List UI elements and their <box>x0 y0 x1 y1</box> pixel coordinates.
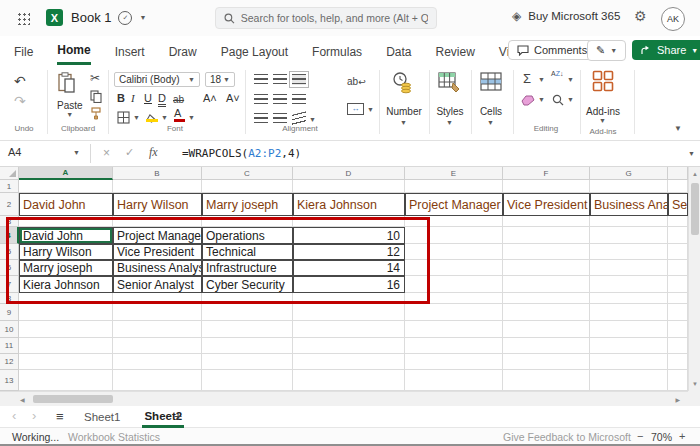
cells-button[interactable] <box>480 72 502 96</box>
cell-G11[interactable] <box>590 338 668 354</box>
copy-button[interactable] <box>90 89 102 107</box>
cell-E9[interactable] <box>405 304 503 321</box>
cell-H3[interactable] <box>668 216 688 227</box>
paste-button[interactable]: Paste ▼ <box>57 72 83 118</box>
cell-C2[interactable]: Marry joseph <box>202 193 293 216</box>
cell-E11[interactable] <box>405 338 503 354</box>
cut-icon[interactable]: ✂ <box>90 71 100 85</box>
vertical-scrollbar[interactable]: ▲ ▼ <box>688 167 700 391</box>
col-header-E[interactable]: E <box>405 167 503 180</box>
wrap-text-button[interactable]: ab↩ <box>347 76 366 87</box>
cell-F10[interactable] <box>503 321 590 338</box>
cell-C7[interactable]: Cyber Security <box>202 276 293 293</box>
font-name-select[interactable]: Calibri (Body) ▼ <box>114 72 200 87</box>
search-input[interactable]: Search for tools, help, and more (Alt + … <box>215 7 437 29</box>
cell-G7[interactable] <box>590 276 668 293</box>
chevron-down-icon[interactable]: ▼ <box>188 114 195 121</box>
tab-home[interactable]: Home <box>57 37 90 65</box>
font-size-select[interactable]: 18 ▼ <box>205 72 235 87</box>
addins-button[interactable] <box>592 70 614 96</box>
chevron-down-icon[interactable]: ▼ <box>538 76 545 83</box>
cell-F11[interactable] <box>503 338 590 354</box>
name-box[interactable]: A4 ▼ <box>8 146 80 158</box>
cell-A11[interactable] <box>19 338 113 354</box>
cell-C8[interactable] <box>202 293 293 304</box>
chevron-down-icon[interactable]: ▼ <box>309 116 316 123</box>
row-header-7[interactable]: 7 <box>0 276 19 293</box>
chevron-down-icon[interactable]: ▼ <box>599 117 606 124</box>
cell-A4[interactable]: David John <box>19 227 113 244</box>
cell-B6[interactable]: Business Analyst <box>113 260 202 276</box>
strikethrough-button[interactable]: ab <box>173 94 184 105</box>
tab-page-layout[interactable]: Page Layout <box>221 39 288 64</box>
cell-H4[interactable] <box>668 227 688 244</box>
shrink-font-button[interactable]: A˅ <box>226 92 240 104</box>
cell-H12[interactable] <box>668 354 688 370</box>
clear-button[interactable] <box>521 92 535 110</box>
cell-B5[interactable]: Vice President <box>113 244 202 260</box>
col-header-H[interactable] <box>668 167 688 180</box>
cell-C5[interactable]: Technical <box>202 244 293 260</box>
scroll-up-icon[interactable]: ▲ <box>692 171 698 177</box>
cell-D11[interactable] <box>293 338 405 354</box>
cell-D12[interactable] <box>293 354 405 370</box>
row-header-12[interactable]: 12 <box>0 354 19 370</box>
row-header-9[interactable]: 9 <box>0 304 19 321</box>
cell-B3[interactable] <box>113 216 202 227</box>
cell-F6[interactable] <box>503 260 590 276</box>
cell-G6[interactable] <box>590 260 668 276</box>
cell-G8[interactable] <box>590 293 668 304</box>
buy-microsoft-365-button[interactable]: ◈ Buy Microsoft 365 <box>512 9 620 23</box>
align-middle-button[interactable] <box>273 74 287 85</box>
add-sheet-icon[interactable]: + <box>174 408 182 424</box>
col-header-C[interactable]: C <box>202 167 293 180</box>
cell-G10[interactable] <box>590 321 668 338</box>
row-header-4[interactable]: 4 <box>0 227 19 244</box>
cell-C1[interactable] <box>202 180 293 193</box>
align-center-button[interactable] <box>273 94 287 105</box>
cell-C6[interactable]: Infrastructure <box>202 260 293 276</box>
cell-B10[interactable] <box>113 321 202 338</box>
cell-B11[interactable] <box>113 338 202 354</box>
cell-B9[interactable] <box>113 304 202 321</box>
cell-A12[interactable] <box>19 354 113 370</box>
font-color-button[interactable]: A <box>174 107 181 119</box>
cell-F8[interactable] <box>503 293 590 304</box>
row-header-6[interactable]: 6 <box>0 260 19 276</box>
cell-B12[interactable] <box>113 354 202 370</box>
tab-draw[interactable]: Draw <box>169 39 197 64</box>
cell-G3[interactable] <box>590 216 668 227</box>
cell-C10[interactable] <box>202 321 293 338</box>
italic-button[interactable]: I <box>131 92 135 104</box>
zoom-in-icon[interactable]: + <box>679 430 685 442</box>
scroll-right-icon[interactable]: ▶ <box>675 396 680 403</box>
cell-E7[interactable] <box>405 276 503 293</box>
enter-icon[interactable]: ✓ <box>125 146 134 159</box>
cell-G13[interactable] <box>590 370 668 391</box>
cell-C3[interactable] <box>202 216 293 227</box>
cell-E1[interactable] <box>405 180 503 193</box>
col-header-G[interactable]: G <box>590 167 668 180</box>
chevron-down-icon[interactable]: ▼ <box>133 114 140 121</box>
cell-F3[interactable] <box>503 216 590 227</box>
underline-button[interactable]: U <box>144 92 152 104</box>
cell-A13[interactable] <box>19 370 113 391</box>
account-button[interactable]: AK <box>661 7 685 31</box>
chevron-down-icon[interactable]: ▼ <box>446 119 453 126</box>
chevron-down-icon[interactable]: ▼ <box>161 114 168 121</box>
merge-center-button[interactable]: ↔ <box>347 103 364 115</box>
prev-sheet-icon[interactable]: ‹ <box>12 408 16 423</box>
cell-G12[interactable] <box>590 354 668 370</box>
cell-H13[interactable] <box>668 370 688 391</box>
cell-B13[interactable] <box>113 370 202 391</box>
cell-E4[interactable] <box>405 227 503 244</box>
cell-G1[interactable] <box>590 180 668 193</box>
cell-E3[interactable] <box>405 216 503 227</box>
double-underline-button[interactable]: D <box>158 92 166 107</box>
cell-D8[interactable] <box>293 293 405 304</box>
app-launcher-button[interactable] <box>16 11 30 25</box>
cell-F2[interactable]: Vice President <box>503 193 590 216</box>
scroll-left-icon[interactable]: ◀ <box>20 396 25 403</box>
col-header-F[interactable]: F <box>503 167 590 180</box>
col-header-D[interactable]: D <box>293 167 405 180</box>
